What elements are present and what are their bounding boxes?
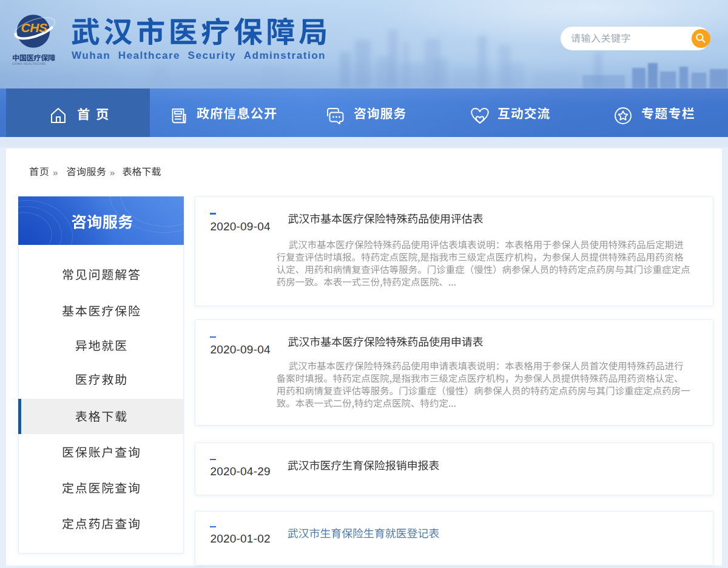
svg-text:CHS: CHS — [21, 21, 47, 35]
